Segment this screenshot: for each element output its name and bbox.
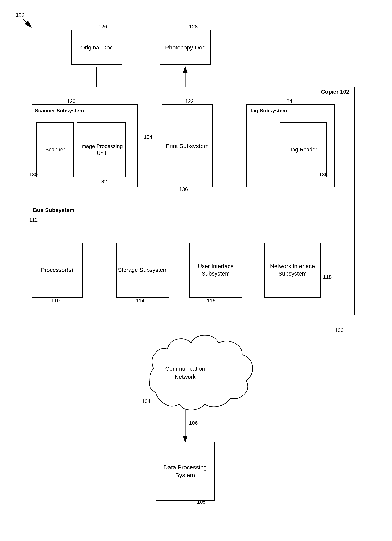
ref-108: 108 <box>197 499 205 505</box>
scanner-box: Scanner <box>36 122 74 177</box>
ref-100: 100 <box>16 12 24 18</box>
ref-124: 124 <box>284 98 292 104</box>
storage-subsystem-label: Storage Subsystem <box>118 266 168 274</box>
data-processing-system-label: Data Processing System <box>156 463 214 479</box>
ref-128: 128 <box>189 24 198 30</box>
ref-106b: 106 <box>189 420 198 426</box>
ref-138: 138 <box>319 172 328 178</box>
copier-label: Copier 102 <box>321 89 349 95</box>
storage-subsystem-box: Storage Subsystem <box>116 243 169 298</box>
svg-line-19 <box>23 19 31 27</box>
photocopy-doc-label: Photocopy Doc <box>165 44 205 51</box>
original-doc-label: Original Doc <box>80 44 113 51</box>
ref-106a: 106 <box>335 327 343 333</box>
original-doc-box: Original Doc <box>71 30 122 65</box>
communication-network-label: Communication Network <box>160 365 211 381</box>
ref-120: 120 <box>67 98 76 104</box>
ref-118: 118 <box>323 274 331 280</box>
network-interface-subsystem-label: Network Interface Subsystem <box>265 263 321 277</box>
print-subsystem-label: Print Subsystem <box>166 142 209 150</box>
tag-subsystem-label: Tag Subsystem <box>249 107 287 114</box>
network-interface-subsystem-box: Network Interface Subsystem <box>264 243 321 298</box>
user-interface-subsystem-box: User Interface Subsystem <box>189 243 242 298</box>
scanner-label: Scanner <box>45 146 65 153</box>
image-processing-box: Image Processing Unit <box>77 122 126 177</box>
user-interface-subsystem-label: User Interface Subsystem <box>190 263 242 277</box>
ref-122: 122 <box>185 98 194 104</box>
image-processing-label: Image Processing Unit <box>77 143 126 157</box>
ref-110: 110 <box>51 298 60 304</box>
diagram-container: 100 Original Doc 126 Photocopy Doc 128 C… <box>0 0 392 541</box>
ref100-arrow <box>22 18 34 30</box>
photocopy-doc-box: Photocopy Doc <box>160 30 211 65</box>
bus-line <box>31 215 343 215</box>
bus-label: Bus Subsystem <box>33 207 74 213</box>
data-processing-system-box: Data Processing System <box>156 442 215 501</box>
ref-116: 116 <box>207 298 215 304</box>
ref-112: 112 <box>29 217 38 223</box>
print-subsystem-box: Print Subsystem <box>162 104 213 187</box>
ref-104: 104 <box>142 398 150 404</box>
ref-132: 132 <box>98 178 107 185</box>
tag-reader-box: Tag Reader <box>280 122 327 177</box>
tag-reader-label: Tag Reader <box>290 146 317 153</box>
ref-136: 136 <box>179 186 188 192</box>
scanner-subsystem-label: Scanner Subsystem <box>35 107 84 114</box>
ref-114: 114 <box>136 298 144 304</box>
ref-130: 130 <box>29 172 38 178</box>
processors-box: Processor(s) <box>31 243 83 298</box>
ref-134: 134 <box>144 134 152 140</box>
ref-126: 126 <box>98 24 107 30</box>
processors-label: Processor(s) <box>41 266 73 274</box>
